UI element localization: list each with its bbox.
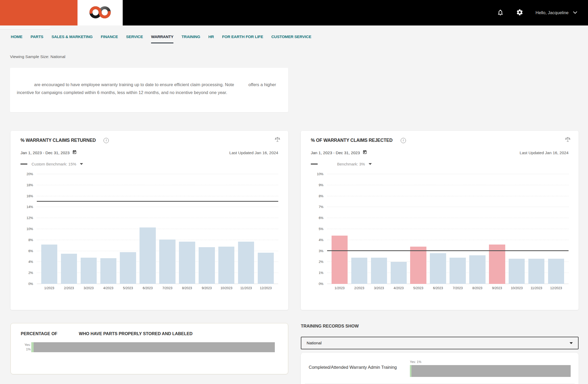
bar-slot [99, 174, 118, 284]
bar-slot [177, 174, 197, 284]
x-axis-label: 9/2023 [197, 286, 216, 290]
training-row: Completed/Attended Warranty Admin Traini… [305, 353, 575, 377]
last-updated: Last Updated Jan 16, 2024 [520, 151, 569, 155]
x-axis-label: 7/2023 [158, 286, 177, 290]
y-axis-label: 8% [20, 238, 33, 242]
y-axis-label: 5% [311, 227, 323, 231]
storage-yes-bar [31, 342, 275, 352]
compare-scale-button[interactable] [275, 137, 280, 143]
y-axis-label: 2% [20, 271, 33, 275]
y-axis-label: 12% [20, 216, 33, 220]
info-icon[interactable]: i [401, 138, 406, 143]
nav-item-training[interactable]: TRAINING [182, 34, 200, 43]
x-axis-label: 7/2023 [448, 286, 468, 290]
redacted-bar-segment [411, 365, 571, 377]
x-axis-label: 1/2023 [330, 286, 349, 290]
bar-8/2023 [469, 255, 485, 284]
benchmark-dropdown[interactable]: Benchmark: 3% [311, 162, 569, 166]
y-axis-label: 2% [311, 260, 323, 264]
brand-color-block [0, 0, 78, 25]
bar-11/2023 [528, 259, 544, 284]
settings-button[interactable] [516, 9, 523, 17]
bar-slot [236, 174, 256, 284]
calendar-icon [363, 150, 367, 155]
bars [37, 174, 278, 284]
bar-6/2023 [430, 253, 446, 284]
card-title: % OF WARRANTY CLAIMS REJECTED [311, 138, 393, 143]
benchmark-line-swatch [20, 164, 27, 164]
bar-1/2023 [41, 245, 57, 284]
redacted-bar-segment [34, 342, 275, 352]
nav-item-parts[interactable]: PARTS [30, 34, 43, 43]
bar-12/2023 [258, 253, 274, 284]
bar-slot [546, 174, 566, 284]
notifications-button[interactable] [497, 9, 504, 17]
claims-returned-card: % WARRANTY CLAIMS RETURNED i Jan 1, 2023… [11, 131, 288, 310]
bar-slot [448, 174, 468, 284]
x-axis-label: 4/2023 [389, 286, 409, 290]
x-axis-label: 11/2023 [236, 286, 256, 290]
bar-6/2023 [140, 227, 156, 284]
bar-slot [330, 174, 349, 284]
claims-rejected-chart: 0%1%2%3%4%5%6%7%8%9%10% 1/20232/20233/20… [311, 174, 569, 290]
region-select[interactable]: National [301, 337, 579, 349]
x-axis-label: 3/2023 [369, 286, 389, 290]
y-axis-label: 9% [311, 183, 323, 187]
benchmark-line [37, 201, 278, 202]
nav-item-finance[interactable]: FINANCE [101, 34, 118, 43]
compare-scale-button[interactable] [565, 137, 571, 143]
nav-item-customer-service[interactable]: CUSTOMER SERVICE [271, 34, 311, 43]
info-icon[interactable]: i [104, 138, 109, 143]
balance-scale-icon [565, 139, 571, 143]
nav-item-for-earth-for-life[interactable]: FOR EARTH FOR LIFE [222, 34, 263, 43]
bar-slot [79, 174, 99, 284]
bar-slot [487, 174, 507, 284]
date-range-picker[interactable]: Jan 1, 2023 - Dec 31, 2023 [311, 150, 367, 155]
bar-slot [369, 174, 389, 284]
bar-10/2023 [218, 247, 234, 284]
bar-10/2023 [509, 259, 525, 284]
bar-slot [197, 174, 216, 284]
x-axis-label: 10/2023 [507, 286, 527, 290]
bar-slot [428, 174, 448, 284]
x-axis-label: 8/2023 [177, 286, 197, 290]
training-records-card: Completed/Attended Warranty Admin Traini… [301, 353, 579, 384]
benchmark-dropdown[interactable]: Custom Benchmark: 15% [20, 162, 278, 166]
viewing-sample-size: Viewing Sample Size: National [10, 54, 65, 59]
bar-2/2023 [351, 258, 367, 284]
nav-item-hr[interactable]: HR [208, 34, 214, 43]
parts-storage-card: PERCENTAGE OFWHO HAVE PARTS PROPERLY STO… [11, 323, 288, 374]
brand-logo[interactable] [78, 0, 123, 25]
nav-item-service[interactable]: SERVICE [126, 34, 143, 43]
y-axis-label: 1% [311, 271, 323, 275]
card-title: % WARRANTY CLAIMS RETURNED [20, 138, 96, 143]
y-axis-label: 3% [311, 249, 323, 253]
bar-slot [138, 174, 158, 284]
x-axis-label: 10/2023 [216, 286, 236, 290]
y-axis-label: 8% [311, 194, 323, 198]
top-header: Hello, Jacqueline [0, 0, 588, 25]
user-menu[interactable]: Hello, Jacqueline [535, 10, 577, 15]
infinity-logo-icon [88, 5, 112, 21]
x-axis-label: 8/2023 [467, 286, 487, 290]
y-axis-label: 0% [20, 282, 33, 286]
caret-down-icon [369, 163, 372, 165]
date-range-picker[interactable]: Jan 1, 2023 - Dec 31, 2023 [20, 150, 77, 155]
nav-item-home[interactable]: HOME [11, 34, 22, 43]
x-axis-label: 5/2023 [409, 286, 428, 290]
benchmark-label: Custom Benchmark: 15% [32, 162, 76, 166]
bar-3/2023 [81, 258, 97, 284]
nav-item-warranty[interactable]: WARRANTY [151, 34, 173, 43]
training-bar-wrap: Yes: 1% [410, 360, 571, 377]
bar-slot [118, 174, 138, 284]
y-axis-label: 7% [311, 205, 323, 209]
nav-item-sales-marketing[interactable]: SALES & MARKETING [51, 34, 93, 43]
bar-slot [527, 174, 546, 284]
bar-slot [216, 174, 236, 284]
benchmark-line [327, 250, 569, 251]
last-updated: Last Updated Jan 16, 2024 [229, 151, 278, 155]
bar-9/2023 [199, 247, 215, 284]
y-axis-label: 14% [20, 205, 33, 209]
y-axis-label: 18% [20, 183, 33, 187]
bar-4/2023 [100, 258, 116, 284]
